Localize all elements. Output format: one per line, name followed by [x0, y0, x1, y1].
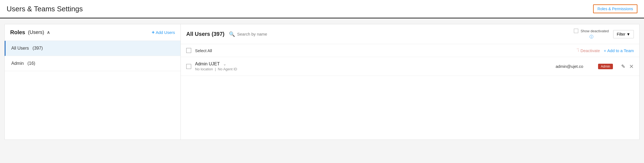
all-users-label: All Users (397) [11, 46, 43, 51]
admin-label: Admin (16) [11, 61, 35, 66]
roles-title: Roles (Users) ∧ [10, 29, 50, 36]
roles-permissions-button[interactable]: Roles & Permissions [593, 4, 637, 13]
select-all-row: Select All ⠹ Deactivate + Add to a Team [181, 44, 639, 57]
roles-subtitle: (Users) [28, 30, 44, 35]
main-content: Roles (Users) ∧ + Add Users All Users (3… [0, 18, 644, 145]
search-icon: 🔍 [229, 31, 235, 37]
filter-button[interactable]: Filter ▼ [613, 30, 634, 38]
plus-square-icon: + [604, 48, 606, 53]
sidebar-item-all-users[interactable]: All Users (397) [5, 41, 180, 56]
search-container: 🔍 [229, 31, 567, 37]
circle-x-icon: ⠹ [576, 48, 579, 53]
select-all-label: Select All [195, 48, 572, 53]
close-icon[interactable]: ✕ [629, 63, 634, 70]
show-deactivated-row: Show deactivated [574, 29, 609, 33]
add-users-button[interactable]: + Add Users [152, 30, 175, 35]
user-info: Admin UJET ⌄ No location | No Agent ID [195, 62, 541, 71]
add-to-team-button[interactable]: + Add to a Team [604, 48, 634, 53]
right-panel-header: All Users (397) 🔍 Show deactivated ⓘ Fi [181, 24, 639, 44]
show-deactivated-label: Show deactivated [580, 29, 609, 33]
chevron-down-icon: ▼ [626, 32, 630, 36]
deactivate-button[interactable]: ⠹ Deactivate [576, 48, 600, 53]
chevron-up-icon: ∧ [47, 30, 50, 35]
left-panel: Roles (Users) ∧ + Add Users All Users (3… [5, 24, 181, 140]
search-input[interactable] [237, 32, 567, 36]
admin-badge: Admin [598, 64, 613, 69]
select-all-checkbox[interactable] [186, 48, 191, 53]
user-meta: No location | No Agent ID [195, 67, 541, 71]
sidebar-item-admin[interactable]: Admin (16) [5, 56, 180, 71]
page-title: Users & Teams Settings [7, 5, 83, 13]
page-header: Users & Teams Settings Roles & Permissio… [0, 0, 644, 18]
right-panel: All Users (397) 🔍 Show deactivated ⓘ Fi [181, 24, 639, 140]
left-panel-header: Roles (Users) ∧ + Add Users [5, 24, 180, 41]
show-deactivated-checkbox[interactable] [574, 29, 578, 33]
show-deactivated-container: Show deactivated ⓘ [574, 29, 609, 39]
user-name: Admin UJET [195, 62, 220, 66]
user-checkbox[interactable] [186, 64, 191, 69]
user-name-row: Admin UJET ⌄ [195, 62, 541, 66]
all-users-title: All Users (397) [186, 31, 224, 37]
info-icon: ⓘ [590, 34, 593, 39]
edit-icon[interactable]: ✎ [621, 63, 625, 70]
table-row: Admin UJET ⌄ No location | No Agent ID a… [181, 57, 639, 76]
plus-icon: + [152, 30, 155, 35]
expand-icon[interactable]: ⌄ [223, 62, 226, 66]
roles-label: Roles [10, 29, 25, 36]
user-email: admin@ujet.co [556, 64, 583, 69]
content-panel: Roles (Users) ∧ + Add Users All Users (3… [4, 24, 640, 140]
